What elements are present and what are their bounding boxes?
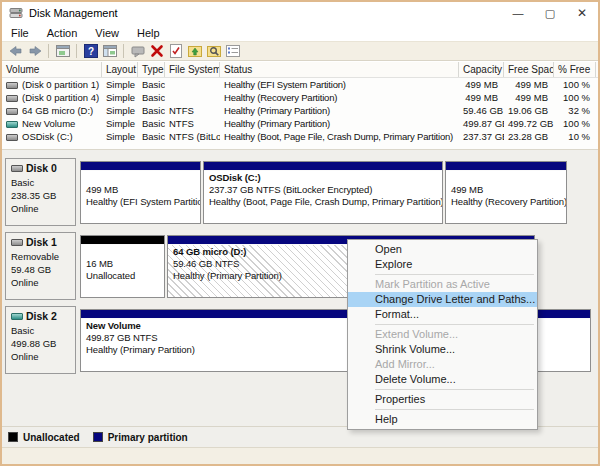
volume-cell-status: Healthy (Boot, Page File, Crash Dump, Pr… [220,130,459,143]
partition-status-line: Healthy (Recovery Partition) [451,196,561,208]
volume-drive-icon [6,121,18,128]
menu-action[interactable]: Action [38,26,87,40]
volume-row[interactable]: (Disk 0 partition 4)SimpleBasicHealthy (… [2,91,598,104]
menu-separator [375,274,534,275]
unallocated-block[interactable]: 16 MBUnallocated [80,235,165,298]
volume-cell-pct: 100 % [554,78,596,91]
minimize-button[interactable]: — [502,2,534,24]
volume-cell-free: 499 MB [504,91,554,104]
action-pane-icon[interactable] [129,43,146,59]
volume-row[interactable]: OSDisk (C:)SimpleBasicNTFS (BitLo...Heal… [2,130,598,143]
partition-info: 16 MBUnallocated [81,245,164,297]
partition-size-line: 499 MB [451,184,561,196]
console-tree-icon[interactable] [101,43,118,59]
volume-drive-icon [6,134,18,141]
menu-view[interactable]: View [86,26,128,40]
volume-cell-type: Basic [138,130,165,143]
volume-row[interactable]: (Disk 0 partition 1)SimpleBasicHealthy (… [2,78,598,91]
volume-cell-type: Basic [138,78,165,91]
volume-cell-capacity: 59.46 GB [459,104,504,117]
partition-color-bar [446,162,566,171]
disk-management-app-icon[interactable] [9,6,23,20]
column-header-type[interactable]: Type [138,62,165,77]
column-header-status[interactable]: Status [220,62,459,77]
details-view-icon[interactable] [224,43,241,59]
svg-text:?: ? [87,46,93,57]
column-header-free-space[interactable]: Free Space [504,62,554,77]
help-icon[interactable]: ? [82,43,99,59]
legend-swatch [8,432,18,442]
disk-label-disk1[interactable]: Disk 1Removable59.48 GBOnline [5,232,76,300]
menu-file[interactable]: File [2,26,38,40]
back-icon[interactable] [7,43,24,59]
context-menu-item-explore[interactable]: Explore [348,257,537,272]
disk-label-disk2[interactable]: Disk 2Basic499.88 GBOnline [5,306,76,374]
context-menu-item-open[interactable]: Open [348,242,537,257]
volume-drive-icon [6,95,18,102]
partition-context-menu: OpenExploreMark Partition as ActiveChang… [347,239,538,430]
partition-block[interactable]: 499 MBHealthy (Recovery Partition) [445,161,567,224]
context-menu-item-shrink-volume[interactable]: Shrink Volume... [348,342,537,357]
legend-swatch [93,432,103,442]
volume-row[interactable]: New VolumeSimpleBasicNTFSHealthy (Primar… [2,117,598,130]
disk-icon [11,239,23,246]
column-header-file-system[interactable]: File System [165,62,220,77]
context-menu-item-properties[interactable]: Properties [348,392,537,407]
properties-check-icon[interactable] [167,43,184,59]
volume-cell-type: Basic [138,91,165,104]
legend-primary-partition: Primary partition [93,432,188,443]
menubar: FileActionViewHelp [2,24,598,41]
volume-cell-volume: OSDisk (C:) [2,130,102,143]
partition-block[interactable]: 499 MBHealthy (EFI System Partition) [80,161,201,224]
context-menu-item-format[interactable]: Format... [348,307,537,322]
volume-cell-capacity: 499 MB [459,91,504,104]
volume-list-header: VolumeLayoutTypeFile SystemStatusCapacit… [2,62,598,78]
disk-name: Disk 2 [11,310,75,323]
column-header--free[interactable]: % Free [554,62,596,77]
legend-unallocated: Unallocated [8,432,80,443]
column-header-layout[interactable]: Layout [102,62,138,77]
partition-title: OSDisk (C:) [209,172,437,184]
partition-info: 499 MBHealthy (Recovery Partition) [446,171,566,223]
partition-block[interactable]: OSDisk (C:)237.37 GB NTFS (BitLocker Enc… [203,161,443,224]
partition-color-bar [204,162,442,171]
forward-icon[interactable] [26,43,43,59]
volume-cell-layout: Simple [102,130,138,143]
toolbar-separator [48,44,49,58]
volume-cell-status: Healthy (Primary Partition) [220,117,459,130]
close-button[interactable]: ✕ [566,2,598,24]
disk-state: Online [11,276,75,289]
partitions-row: 499 MBHealthy (EFI System Partition)OSDi… [80,161,567,224]
volume-cell-fs [165,91,220,104]
delete-icon[interactable] [148,43,165,59]
volume-cell-volume: New Volume [2,117,102,130]
status-strip [2,447,598,464]
volume-cell-fs: NTFS [165,104,220,117]
menu-separator [375,409,534,410]
disk-name: Disk 1 [11,236,75,249]
toolbar-separator [76,44,77,58]
up-folder-icon[interactable] [186,43,203,59]
context-menu-item-delete-volume[interactable]: Delete Volume... [348,372,537,387]
volume-cell-free: 23.28 GB [504,130,554,143]
partition-status-line: Healthy (EFI System Partition) [86,196,195,208]
column-header-capacity[interactable]: Capacity [459,62,504,77]
context-menu-item-change-drive-letter-and-paths[interactable]: Change Drive Letter and Paths... [348,292,537,307]
partition-status-line: Unallocated [86,270,159,282]
volume-cell-capacity: 499 MB [459,78,504,91]
context-menu-item-help[interactable]: Help [348,412,537,427]
disk-kind: Basic [11,324,75,337]
maximize-button[interactable]: ▢ [534,2,566,24]
find-folder-icon[interactable] [205,43,222,59]
window-controls: — ▢ ✕ [502,2,598,24]
menu-separator [375,324,534,325]
context-menu-item-add-mirror: Add Mirror... [348,357,537,372]
column-header-volume[interactable]: Volume [2,62,102,77]
disk-label-disk0[interactable]: Disk 0Basic238.35 GBOnline [5,158,76,226]
menu-separator [375,389,534,390]
disk-icon [11,165,23,172]
volume-row[interactable]: 64 GB micro (D:)SimpleBasicNTFSHealthy (… [2,104,598,117]
console-window-icon[interactable] [54,43,71,59]
volume-cell-volume: (Disk 0 partition 1) [2,78,102,91]
menu-help[interactable]: Help [128,26,169,40]
